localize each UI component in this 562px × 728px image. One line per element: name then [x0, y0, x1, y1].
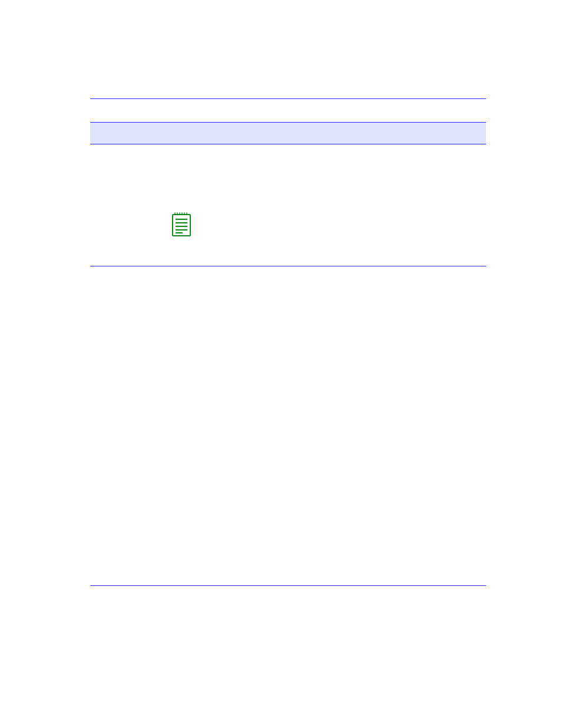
horizontal-rule — [90, 585, 486, 586]
notepad-icon — [171, 211, 192, 238]
horizontal-rule — [90, 98, 486, 99]
section-banner — [90, 122, 486, 144]
horizontal-rule — [90, 266, 486, 266]
